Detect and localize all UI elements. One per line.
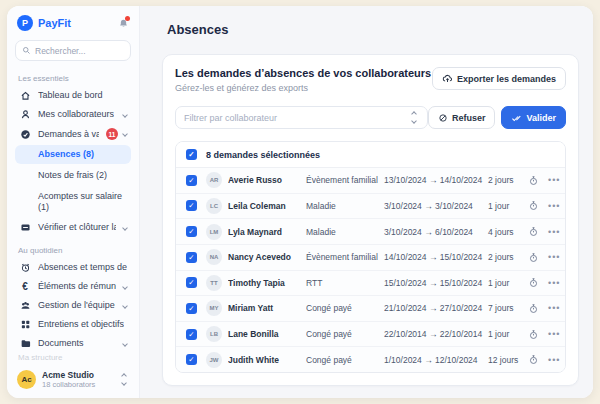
chevron-down-icon [122, 303, 128, 309]
table-row[interactable]: LB Lane Bonilla Congé payé 22/10/2014 → … [176, 322, 565, 348]
sidebar-item-requests[interactable]: Demandes à valider 11 [15, 124, 131, 144]
chevron-down-icon [122, 131, 128, 137]
double-check-icon [511, 113, 522, 123]
search-box[interactable] [15, 40, 131, 61]
absence-dates: 14/10/2024 → 15/10/2024 [384, 252, 488, 262]
chevron-down-icon [122, 284, 128, 290]
sidebar-item-reviews[interactable]: Entretiens et objectifs [15, 315, 131, 334]
page-title: Absences [167, 22, 579, 37]
select-updown-icon [412, 112, 419, 123]
more-options-icon[interactable] [548, 252, 560, 262]
table-row[interactable]: JW Judith White Congé payé 1/10/2024 → 1… [176, 347, 565, 372]
row-checkbox[interactable] [186, 354, 197, 365]
absence-dates: 21/10/2024 → 27/10/2024 [384, 303, 488, 313]
stopwatch-icon [528, 226, 548, 237]
sidebar-subitem-acomptes[interactable]: Acomptes sur salaire (1) [15, 187, 131, 217]
collaborator-filter-select[interactable] [175, 106, 428, 129]
row-checkbox[interactable] [186, 226, 197, 237]
validate-button-label: Valider [526, 113, 556, 123]
employee-name: Lane Bonilla [228, 329, 306, 339]
sidebar: P PayFit Les essentiels Tableau de bord [7, 6, 140, 398]
stopwatch-icon [528, 277, 548, 288]
sidebar-item-dashboard[interactable]: Tableau de bord [15, 86, 131, 105]
more-options-icon[interactable] [548, 303, 560, 313]
slash-circle-icon [438, 113, 448, 123]
sidebar-header: P PayFit [15, 15, 131, 31]
chevron-down-icon [411, 118, 417, 124]
sidebar-item-documents[interactable]: Documents [15, 334, 131, 353]
table-row[interactable]: LC Leila Coleman Maladie 3/10/2024 → 3/1… [176, 194, 565, 220]
sidebar-item-remuneration[interactable]: € Éléments de rémunération [15, 277, 131, 296]
chevron-down-icon [121, 380, 127, 386]
sidebar-item-label: Tableau de bord [38, 90, 103, 101]
sidebar-item-collaborators[interactable]: Mes collaborateurs [15, 105, 131, 124]
avatar: JW [206, 352, 222, 368]
sidebar-item-team[interactable]: Gestion de l'équipe [15, 296, 131, 315]
absence-dates: 3/10/2024 → 3/10/2024 [384, 201, 488, 211]
search-input[interactable] [35, 46, 124, 56]
employee-name: Timothy Tapia [228, 278, 306, 288]
absence-type: Évènement familial [306, 252, 384, 262]
sidebar-subitem-notes-de-frais[interactable]: Notes de frais (2) [15, 166, 131, 185]
collaborator-filter-input[interactable] [184, 113, 408, 123]
row-checkbox[interactable] [186, 329, 197, 340]
company-switcher[interactable]: Ac Acme Studio 18 collaborators [15, 367, 131, 390]
export-button[interactable]: Exporter les demandes [432, 67, 566, 90]
table-row[interactable]: AR Averie Russo Évènement familial 13/10… [176, 168, 565, 194]
more-options-icon[interactable] [548, 201, 560, 211]
notification-dot [125, 16, 130, 21]
employee-name: Averie Russo [228, 175, 306, 185]
refuse-button-label: Refuser [452, 113, 486, 123]
section-label-essentials: Les essentiels [18, 74, 128, 83]
notifications-bell-icon[interactable] [118, 18, 129, 29]
table-row[interactable]: LM Lyla Maynard Maladie 3/10/2024 → 6/10… [176, 219, 565, 245]
switch-company-icon [122, 374, 129, 385]
stopwatch-icon [528, 329, 548, 340]
sidebar-item-label: Demandes à valider [38, 129, 99, 140]
employee-name: Miriam Yatt [228, 303, 306, 313]
export-button-label: Exporter les demandes [457, 74, 556, 84]
validate-button[interactable]: Valider [501, 106, 566, 129]
more-options-icon[interactable] [548, 227, 560, 237]
avatar: LC [206, 198, 222, 214]
sidebar-item-absences-time[interactable]: Absences et temps de travail [15, 258, 131, 277]
employee-name: Judith White [228, 355, 306, 365]
table-row[interactable]: NA Nancy Acevedo Évènement familial 14/1… [176, 245, 565, 271]
table-row[interactable]: TT Timothy Tapia RTT 15/10/2024 → 15/10/… [176, 271, 565, 297]
more-options-icon[interactable] [548, 278, 560, 288]
more-options-icon[interactable] [548, 175, 560, 185]
section-label-faded: Ma structure [18, 353, 128, 362]
chevron-down-icon [122, 112, 128, 118]
sidebar-item-label: Gestion de l'équipe [38, 300, 115, 311]
absence-type: RTT [306, 278, 384, 288]
absence-type: Maladie [306, 201, 384, 211]
stopwatch-icon [528, 354, 548, 365]
more-options-icon[interactable] [548, 355, 560, 365]
row-checkbox[interactable] [186, 303, 197, 314]
absence-type: Maladie [306, 227, 384, 237]
payfit-logo[interactable]: P PayFit [17, 15, 71, 31]
more-options-icon[interactable] [548, 329, 560, 339]
refuse-button[interactable]: Refuser [428, 106, 496, 129]
select-all-checkbox[interactable] [186, 149, 197, 160]
absence-duration: 1 jour [488, 329, 528, 339]
sidebar-item-payroll[interactable]: Vérifier et clôturer la paie [15, 218, 131, 237]
stopwatch-icon [528, 200, 548, 211]
main-content: Absences Les demandes d’absences de vos … [140, 6, 593, 398]
check-circle-icon [19, 129, 31, 140]
row-checkbox[interactable] [186, 175, 197, 186]
row-checkbox[interactable] [186, 200, 197, 211]
table-header: 8 demandes sélectionnées [176, 142, 565, 168]
row-checkbox[interactable] [186, 252, 197, 263]
brand-name: PayFit [38, 17, 71, 29]
team-icon [19, 300, 31, 311]
avatar: AR [206, 172, 222, 188]
absence-dates: 1/10/2024 → 12/10/2024 [384, 355, 488, 365]
table-row[interactable]: MY Miriam Yatt Congé payé 21/10/2024 → 2… [176, 296, 565, 322]
sidebar-item-label: Entretiens et objectifs [38, 319, 124, 330]
sidebar-subitem-absences[interactable]: Absences (8) [15, 145, 131, 164]
payfit-logo-icon: P [17, 15, 33, 31]
row-checkbox[interactable] [186, 277, 197, 288]
company-avatar: Ac [17, 370, 36, 389]
absences-table: 8 demandes sélectionnées AR Averie Russo… [175, 141, 566, 373]
